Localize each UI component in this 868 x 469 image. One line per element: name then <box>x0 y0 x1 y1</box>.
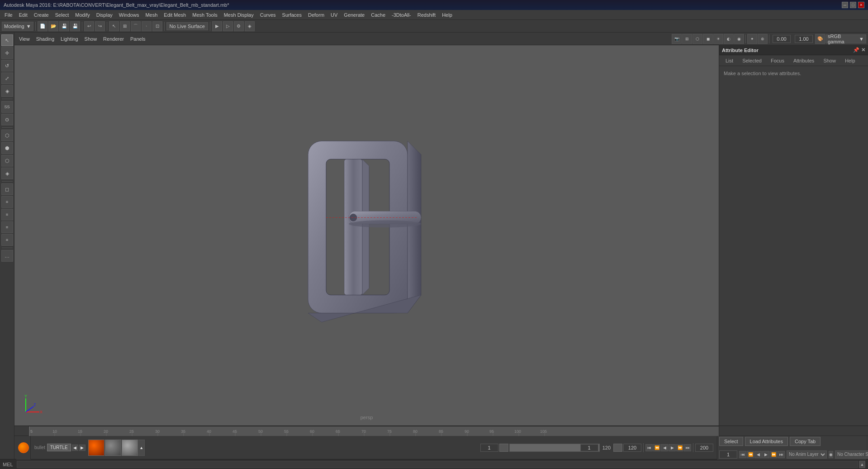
attr-editor-btn[interactable]: ≡ <box>1 209 13 220</box>
fn-btn6[interactable]: ⏭ <box>778 451 785 458</box>
vp-shading-menu[interactable]: Shading <box>33 35 57 43</box>
maximize-btn[interactable]: □ <box>850 2 856 8</box>
mel-expand-btn[interactable]: ▲ <box>859 461 865 468</box>
render-settings-btn[interactable]: ⚙ <box>234 21 244 31</box>
vp-grid-btn[interactable]: ⊞ <box>682 34 692 44</box>
vp-smooth-btn[interactable]: ◼ <box>703 34 713 44</box>
load-attributes-btn[interactable]: Load Attributes <box>745 437 788 446</box>
vp-camera-btn[interactable]: 📷 <box>672 34 682 44</box>
attr-tab-attributes[interactable]: Attributes <box>790 57 818 64</box>
fn-btn4[interactable]: ▶ <box>762 451 769 458</box>
select-mode-btn[interactable]: ↖ <box>109 21 119 31</box>
move-tool-btn[interactable]: ✛ <box>1 47 13 59</box>
save-file-btn[interactable]: 💾 <box>59 21 69 31</box>
current-frame-input[interactable] <box>580 444 598 451</box>
menu-surfaces[interactable]: Surfaces <box>280 11 304 19</box>
menu-file[interactable]: File <box>2 11 15 19</box>
copy-tab-btn[interactable]: Copy Tab <box>790 437 821 446</box>
vp-float-input1[interactable] <box>773 35 791 43</box>
new-file-btn[interactable]: 📄 <box>38 21 47 31</box>
material-swatch[interactable] <box>105 440 121 456</box>
workspace-dropdown[interactable]: Modeling ▼ <box>2 22 33 31</box>
paint-vtx-btn[interactable]: ◈ <box>1 168 13 179</box>
channel-box-btn[interactable]: ≡ <box>1 196 13 208</box>
attr-tab-focus[interactable]: Focus <box>767 57 788 64</box>
render-btn[interactable]: ▶ <box>212 21 222 31</box>
vp-lighting-menu[interactable]: Lighting <box>58 35 81 43</box>
select-tool-btn[interactable]: ↖ <box>1 34 13 46</box>
snap-view-btn[interactable]: ⊡ <box>152 21 162 31</box>
save-as-btn[interactable]: 💾 <box>70 21 80 31</box>
vp-renderer-menu[interactable]: Renderer <box>100 35 127 43</box>
vp-panels-menu[interactable]: Panels <box>128 35 148 43</box>
vp-joints-btn[interactable]: ⊕ <box>758 34 768 44</box>
snap-tool-btn[interactable]: ⬡ <box>1 129 13 141</box>
snap-point-btn[interactable]: · <box>142 21 152 31</box>
attr-pin-btn[interactable]: 📌 <box>853 47 859 53</box>
attr-tab-help[interactable]: Help <box>841 57 859 64</box>
env-swatch[interactable] <box>122 440 138 456</box>
vp-view-menu[interactable]: View <box>16 35 33 43</box>
vp-wireframe-btn[interactable]: ⬡ <box>693 34 702 44</box>
undo-btn[interactable]: ↩ <box>84 21 94 31</box>
no-live-surface-btn[interactable]: No Live Surface <box>166 22 208 30</box>
menu-display[interactable]: Display <box>94 11 115 19</box>
menu-curves[interactable]: Curves <box>257 11 279 19</box>
3d-viewport[interactable]: X Y Z persp <box>14 45 719 426</box>
redo-btn[interactable]: ↪ <box>95 21 105 31</box>
sculpt-btn[interactable]: ⬢ <box>1 142 13 154</box>
step-back-btn[interactable]: ⏪ <box>653 444 660 451</box>
turtle-btn[interactable]: TURTLE <box>47 444 71 451</box>
more-tools-btn[interactable]: … <box>1 250 13 262</box>
vp-shadow-btn[interactable]: ◐ <box>724 34 734 44</box>
vp-show-menu[interactable]: Show <box>82 35 100 43</box>
fn-btn1[interactable]: ⏮ <box>739 451 746 458</box>
minimize-btn[interactable]: ─ <box>842 2 848 8</box>
jump-end-btn[interactable]: ⏭ <box>684 444 691 451</box>
vp-light-btn[interactable]: ☀ <box>713 34 723 44</box>
fn-btn5[interactable]: ⏩ <box>770 451 777 458</box>
attr-tab-show[interactable]: Show <box>820 57 840 64</box>
max-frame-input[interactable] <box>695 444 713 452</box>
expand-swatches-btn[interactable]: ▲ <box>138 440 145 456</box>
menu-cache[interactable]: Cache <box>368 11 388 19</box>
fn-btn3[interactable]: ◀ <box>754 451 762 458</box>
soft-select-btn[interactable]: SS <box>1 101 13 113</box>
sphere-swatch[interactable] <box>88 440 104 456</box>
play-back-btn[interactable]: ◀ <box>661 444 668 451</box>
frame-field[interactable] <box>719 450 737 459</box>
vp-isolate-btn[interactable]: ◉ <box>734 34 744 44</box>
menu-mesh-display[interactable]: Mesh Display <box>221 11 256 19</box>
ipr-render-btn[interactable]: ▷ <box>223 21 233 31</box>
frame-range-bar[interactable] <box>509 444 600 452</box>
menu-help[interactable]: Help <box>439 11 455 19</box>
next-char-set-btn[interactable]: ▶ <box>79 445 85 451</box>
lasso-select-btn[interactable]: ⊙ <box>1 114 13 125</box>
tool-settings-btn[interactable]: ≡ <box>1 221 13 233</box>
window-controls[interactable]: ─ □ ✕ <box>842 2 864 8</box>
paint-weights-btn[interactable]: ⬡ <box>1 155 13 167</box>
menu-windows[interactable]: Windows <box>116 11 142 19</box>
snap-grid-btn[interactable]: ⊞ <box>120 21 130 31</box>
menu-select[interactable]: Select <box>52 11 72 19</box>
mel-input[interactable] <box>17 461 858 468</box>
menu-edit-mesh[interactable]: Edit Mesh <box>161 11 189 19</box>
menu-redshift[interactable]: Redshift <box>415 11 438 19</box>
menu-3dtoall[interactable]: -3DtoAll- <box>389 11 414 19</box>
menu-edit[interactable]: Edit <box>16 11 30 19</box>
menu-mesh[interactable]: Mesh <box>142 11 160 19</box>
snap-curve-btn[interactable]: ⌒ <box>131 21 141 31</box>
play-fwd-btn[interactable]: ▶ <box>669 444 676 451</box>
select-btn[interactable]: Select <box>719 437 743 446</box>
step-fwd-btn[interactable]: ⏩ <box>676 444 683 451</box>
frame-start-input[interactable] <box>480 444 498 452</box>
hypershade-btn[interactable]: ◈ <box>245 21 255 31</box>
frame-end-input[interactable] <box>623 444 641 452</box>
rotate-tool-btn[interactable]: ↺ <box>1 60 13 72</box>
vp-color-profile-btn[interactable]: 🎨 <box>815 34 825 44</box>
vp-float-input2[interactable] <box>795 35 813 43</box>
frame-slider-end[interactable] <box>613 444 622 452</box>
char-set-select[interactable]: No Character Set <box>835 450 868 459</box>
attr-tab-selected[interactable]: Selected <box>739 57 765 64</box>
shelf-editor-btn[interactable]: ≡ <box>1 234 13 246</box>
